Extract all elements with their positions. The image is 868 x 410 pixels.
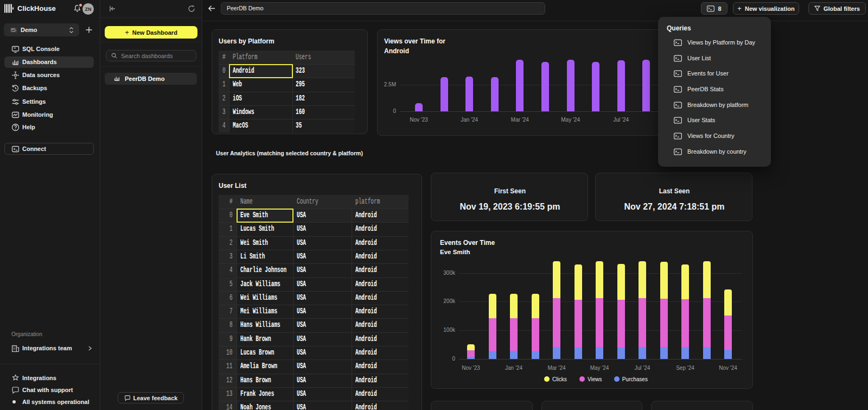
svg-text:aws: aws [11, 28, 16, 30]
